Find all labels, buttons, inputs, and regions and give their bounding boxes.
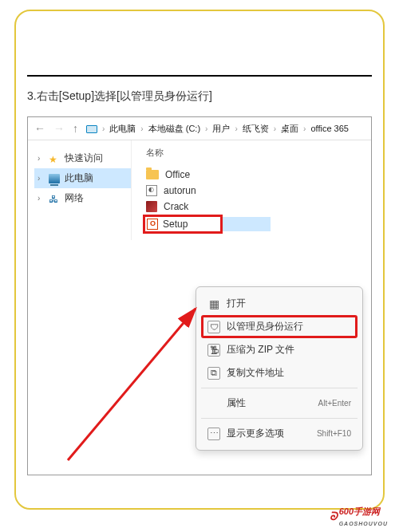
crumb[interactable]: 此电脑 xyxy=(109,123,136,135)
menu-show-more[interactable]: ⋯ 显示更多选项 Shift+F10 xyxy=(201,422,358,445)
menu-separator xyxy=(201,388,358,388)
chevron-right-icon: › xyxy=(38,194,44,203)
folder-icon xyxy=(146,170,159,179)
chevron-right-icon: › xyxy=(102,124,105,133)
autorun-icon xyxy=(146,185,157,196)
list-item[interactable]: Office xyxy=(143,167,360,183)
file-name: Office xyxy=(165,169,190,180)
chevron-right-icon: › xyxy=(38,154,44,163)
app-icon xyxy=(146,201,157,212)
list-item[interactable]: Crack xyxy=(143,199,360,215)
chevron-right-icon: › xyxy=(140,124,143,133)
watermark-logo-icon: ᘐ xyxy=(330,510,338,523)
menu-label: 复制文件地址 xyxy=(227,366,284,380)
open-icon: ▦ xyxy=(207,298,220,310)
list-item-setup[interactable]: Setup xyxy=(143,215,223,234)
breadcrumb[interactable]: › 此电脑 › 本地磁盘 (C:) › 用户 › 纸飞资 › 桌面 › offi… xyxy=(86,123,365,135)
office-setup-icon xyxy=(147,219,158,230)
menu-run-as-admin[interactable]: 🛡 以管理员身份运行 xyxy=(201,315,358,338)
list-item[interactable]: autorun xyxy=(143,183,360,199)
sidebar: › ★ 快速访问 › 此电脑 › 🖧 网络 xyxy=(28,140,132,240)
sidebar-item-network[interactable]: › 🖧 网络 xyxy=(34,188,131,208)
chevron-right-icon: › xyxy=(235,124,237,133)
back-button[interactable]: ← xyxy=(34,122,45,135)
menu-separator xyxy=(201,418,358,419)
forward-button[interactable]: → xyxy=(53,122,65,135)
shield-icon: 🛡 xyxy=(207,321,220,333)
menu-label: 打开 xyxy=(227,297,246,310)
crumb[interactable]: 纸飞资 xyxy=(243,123,269,135)
menu-open[interactable]: ▦ 打开 xyxy=(201,292,358,315)
menu-label: 压缩为 ZIP 文件 xyxy=(227,343,294,357)
menu-properties[interactable]: 属性 Alt+Enter xyxy=(201,392,358,415)
shortcut-label: Shift+F10 xyxy=(317,429,351,438)
menu-copy-path[interactable]: ⧉ 复制文件地址 xyxy=(201,361,358,384)
network-icon: 🖧 xyxy=(49,194,60,203)
computer-icon xyxy=(49,174,60,183)
chevron-right-icon: › xyxy=(38,174,44,183)
watermark: ᘐ 600手游网 GAOSHOUVOU xyxy=(330,506,388,527)
file-explorer-window: ← → ↑ › 此电脑 › 本地磁盘 (C:) › 用户 › 纸飞资 › 桌面 … xyxy=(27,116,372,475)
file-name: autorun xyxy=(164,185,196,196)
file-list: 名称 Office autorun Crack xyxy=(132,140,371,240)
crumb[interactable]: 本地磁盘 (C:) xyxy=(148,123,200,135)
svg-line-0 xyxy=(68,309,196,460)
crumb[interactable]: 桌面 xyxy=(281,123,298,135)
chevron-right-icon: › xyxy=(205,124,207,133)
instruction-text: 3.右击[Setup]选择[以管理员身份运行] xyxy=(27,89,372,104)
up-button[interactable]: ↑ xyxy=(73,122,78,135)
shortcut-label: Alt+Enter xyxy=(318,399,351,408)
chevron-right-icon: › xyxy=(303,124,306,133)
column-header-name[interactable]: 名称 xyxy=(143,147,360,159)
watermark-text: 600手游网 xyxy=(339,506,380,516)
sidebar-item-this-pc[interactable]: › 此电脑 xyxy=(34,168,131,188)
sidebar-item-label: 网络 xyxy=(65,191,84,205)
menu-label: 以管理员身份运行 xyxy=(227,320,303,333)
sidebar-item-label: 快速访问 xyxy=(65,152,103,165)
annotation-arrow xyxy=(52,229,211,468)
crumb[interactable]: office 365 xyxy=(310,124,349,133)
sidebar-item-quick-access[interactable]: › ★ 快速访问 xyxy=(34,148,131,168)
watermark-subtext: GAOSHOUVOU xyxy=(339,521,388,526)
nav-bar: ← → ↑ › 此电脑 › 本地磁盘 (C:) › 用户 › 纸飞资 › 桌面 … xyxy=(28,117,371,140)
blank-icon xyxy=(207,397,220,410)
crumb[interactable]: 用户 xyxy=(212,123,230,135)
context-menu: ▦ 打开 🛡 以管理员身份运行 🗜 压缩为 ZIP 文件 ⧉ 复制文件地址 xyxy=(196,286,363,451)
more-icon: ⋯ xyxy=(207,428,220,440)
file-name: Setup xyxy=(163,219,188,230)
menu-compress-zip[interactable]: 🗜 压缩为 ZIP 文件 xyxy=(201,338,358,361)
menu-label: 属性 xyxy=(227,396,246,410)
file-name: Crack xyxy=(164,201,188,212)
zip-icon: 🗜 xyxy=(207,344,220,357)
chevron-right-icon: › xyxy=(274,124,276,133)
star-icon: ★ xyxy=(49,154,60,164)
sidebar-item-label: 此电脑 xyxy=(65,171,93,185)
pc-icon xyxy=(86,125,97,133)
menu-label: 显示更多选项 xyxy=(227,427,284,440)
copy-icon: ⧉ xyxy=(207,367,220,380)
selection-highlight xyxy=(223,217,271,231)
